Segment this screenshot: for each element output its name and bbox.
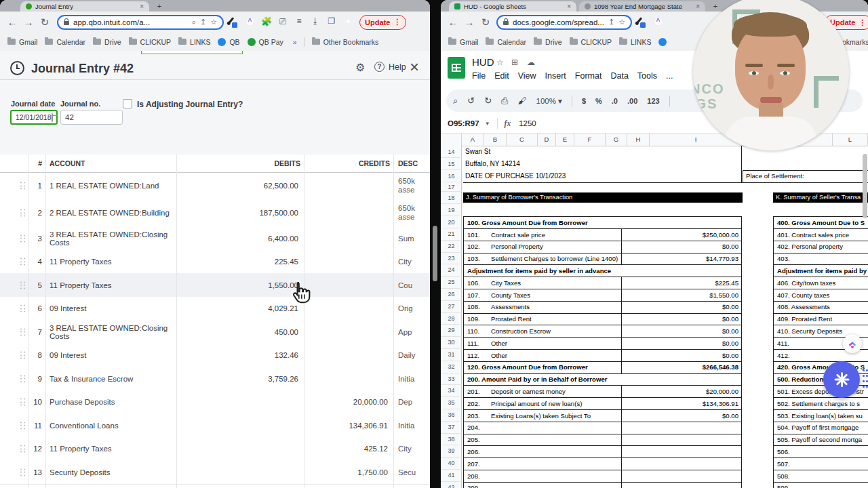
address-bar[interactable]: app.qbo.intuit.com/a... ⌕ ↥ ☆: [57, 15, 224, 30]
row-header[interactable]: 31: [441, 349, 462, 361]
more-formats-button[interactable]: 123: [647, 97, 659, 105]
hud-section-cell[interactable]: 200. Amount Paid by or in Behalf of Borr…: [463, 373, 742, 386]
hud-seller-cell[interactable]: 506.: [773, 445, 868, 458]
hud-seller-cell[interactable]: 407. County taxes: [773, 289, 868, 302]
adjusting-checkbox[interactable]: [123, 99, 132, 108]
column-header[interactable]: A: [462, 134, 484, 146]
hud-value-cell[interactable]: $0.00: [621, 325, 742, 338]
hud-label-cell[interactable]: 207.: [463, 458, 622, 470]
hud-value-cell[interactable]: $0.00: [621, 337, 742, 350]
bookmark-item[interactable]: Calendar: [486, 38, 526, 46]
place-of-settlement-cell[interactable]: Place of Settlement:: [743, 170, 868, 183]
row-header[interactable]: 23: [441, 253, 462, 265]
hud-value-cell[interactable]: [621, 445, 742, 458]
document-title[interactable]: HUD: [472, 56, 494, 68]
hud-seller-cell[interactable]: 505. Payoff of second mortga: [773, 434, 868, 447]
description-cell[interactable]: Sum: [398, 234, 425, 243]
hud-label-cell[interactable]: 111.Other: [463, 337, 622, 350]
account-cell[interactable]: 11 Property Taxes: [50, 258, 173, 266]
description-cell[interactable]: Cou: [398, 281, 425, 289]
description-cell[interactable]: Orig: [398, 304, 425, 313]
hud-label-cell[interactable]: 107.County Taxes: [463, 289, 622, 302]
reading-list-icon[interactable]: ≡: [293, 16, 305, 28]
bookmark-item[interactable]: Gmail: [7, 38, 37, 46]
row-header[interactable]: 36: [441, 409, 462, 422]
bookmark-star-icon[interactable]: ☆: [210, 18, 217, 26]
hud-value-cell[interactable]: $225.45: [621, 277, 742, 289]
credit-cell[interactable]: 1,750.00: [304, 468, 388, 476]
row-header[interactable]: 32: [441, 361, 462, 373]
description-cell[interactable]: City: [398, 258, 425, 266]
color-picker-extension-icon[interactable]: [636, 16, 648, 28]
name-box-dropdown-icon[interactable]: ▼: [485, 121, 490, 127]
debit-cell[interactable]: 132.46: [176, 351, 298, 359]
description-cell[interactable]: Initia: [398, 374, 425, 383]
description-cell[interactable]: 650k asse: [398, 177, 425, 195]
row-header[interactable]: 42: [441, 482, 462, 488]
credit-cell[interactable]: 134,306.91: [304, 422, 388, 430]
format-percent-button[interactable]: %: [595, 97, 602, 105]
bookmarks-overflow-chevron[interactable]: »: [293, 38, 297, 46]
debit-cell[interactable]: 187,500.00: [176, 209, 298, 217]
tab-close-icon[interactable]: ×: [696, 3, 700, 10]
credit-cell[interactable]: 20,000.00: [304, 398, 388, 406]
journal-date-input[interactable]: 12/01/2018: [10, 110, 58, 125]
hud-label-cell[interactable]: 209.: [463, 482, 622, 488]
hud-seller-cell[interactable]: 504. Payoff of first mortgage: [773, 422, 868, 434]
hud-value-cell[interactable]: $250,000.00: [621, 228, 742, 241]
menu-view[interactable]: View: [518, 71, 536, 81]
close-icon[interactable]: ×: [410, 58, 419, 77]
reload-button[interactable]: ↻: [37, 16, 53, 28]
row-header[interactable]: 28: [441, 313, 462, 325]
hud-value-cell[interactable]: $0.00: [621, 301, 742, 314]
drag-handle-icon[interactable]: [20, 352, 25, 359]
print-icon[interactable]: ⎙: [501, 96, 508, 106]
drag-handle-icon[interactable]: [20, 328, 25, 336]
grid-corner-cell[interactable]: [441, 134, 462, 146]
assistant-floating-button[interactable]: [823, 361, 860, 398]
increase-decimal-button[interactable]: .00: [627, 97, 637, 105]
row-header[interactable]: 41: [441, 470, 462, 482]
bookmark-star-icon[interactable]: ☆: [618, 18, 625, 26]
forward-button[interactable]: →: [461, 16, 477, 28]
row-header[interactable]: 26: [441, 289, 462, 301]
row-header[interactable]: 30: [441, 337, 462, 349]
hud-value-cell[interactable]: $134,306.91: [621, 397, 742, 410]
hud-label-cell[interactable]: 109.Prorated Rent: [463, 313, 622, 326]
hud-label-cell[interactable]: 205.: [463, 434, 622, 447]
hud-value-cell[interactable]: [621, 422, 742, 434]
clickup-extension-icon[interactable]: [244, 16, 256, 28]
new-tab-button[interactable]: +: [155, 2, 164, 12]
drag-handle-icon[interactable]: [20, 281, 25, 289]
row-header[interactable]: 38: [441, 434, 462, 446]
qbo-page-scrollbar-thumb[interactable]: [433, 226, 437, 281]
drag-dots-handle[interactable]: [863, 369, 867, 391]
hud-seller-cell[interactable]: 508.: [773, 470, 868, 483]
chrome-update-button[interactable]: Update ⋮: [359, 15, 406, 30]
credit-cell[interactable]: 425.12: [304, 445, 388, 453]
row-header[interactable]: 27: [441, 301, 462, 313]
hud-value-cell[interactable]: $20,000.00: [621, 385, 742, 398]
hud-value-cell[interactable]: $14,770.93: [621, 253, 742, 266]
bookmark-item[interactable]: Drive: [534, 38, 562, 46]
row-header[interactable]: 15: [441, 158, 462, 170]
tab-hud-sheets[interactable]: HUD - Google Sheets ×: [449, 1, 576, 12]
debit-cell[interactable]: 4,029.21: [176, 304, 298, 312]
hud-value-cell[interactable]: $0.00: [621, 313, 742, 326]
journal-no-input[interactable]: 42: [60, 110, 123, 125]
hud-value-cell[interactable]: $0.00: [621, 349, 742, 362]
menu-data[interactable]: Data: [610, 71, 628, 81]
back-button[interactable]: ←: [445, 16, 461, 28]
row-header[interactable]: 29: [441, 325, 462, 337]
drag-handle-icon[interactable]: [20, 399, 25, 406]
account-cell[interactable]: Conventional Loans: [50, 422, 173, 430]
column-header[interactable]: E: [556, 134, 574, 146]
journal-row[interactable]: 11 REAL ESTATE OWNED:Land62,500.00650k a…: [0, 172, 430, 200]
drag-handle-icon[interactable]: [20, 235, 25, 242]
journal-row[interactable]: 13Security Deposits1,750.00Secu: [0, 460, 430, 485]
account-cell[interactable]: 09 Interest: [50, 351, 173, 359]
column-header[interactable]: D: [538, 134, 556, 146]
back-button[interactable]: ←: [4, 16, 20, 28]
reload-button[interactable]: ↻: [477, 16, 494, 28]
hud-seller-cell[interactable]: 401. Contract sales price: [773, 228, 868, 241]
